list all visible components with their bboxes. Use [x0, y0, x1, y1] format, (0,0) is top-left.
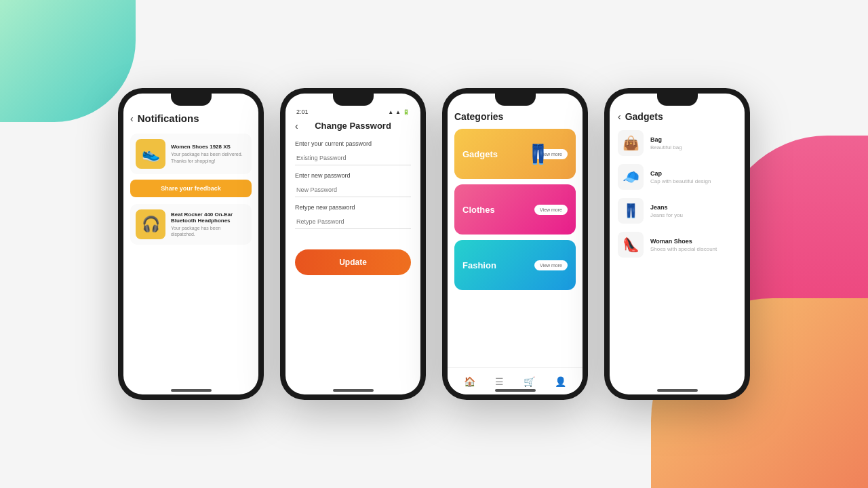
phone2-screen: 2:01 ▲ ▲ 🔋 ‹ Change Password Enter your …	[285, 94, 420, 394]
cap-name: Cap	[650, 170, 711, 177]
phone1-content: ‹ Notifications 👟 Women Shoes 1928 XS Yo…	[123, 94, 258, 257]
notch-3	[495, 94, 536, 106]
phone4-header: ‹ Gadgets	[618, 111, 736, 122]
phone-change-password: 2:01 ▲ ▲ 🔋 ‹ Change Password Enter your …	[280, 88, 426, 400]
field3-label: Retype new password	[295, 204, 411, 211]
battery-icon: 🔋	[403, 109, 410, 115]
jeans-image: 👖	[618, 198, 644, 224]
notch-2	[333, 94, 374, 106]
gadget-item-woman-shoes[interactable]: 👠 Woman Shoes Shoes with special discoun…	[618, 232, 736, 258]
woman-shoes-name: Woman Shoes	[650, 238, 717, 245]
fashion-label: Fashion	[462, 260, 496, 270]
categories-title: Categories	[454, 111, 576, 122]
nav-profile-icon[interactable]: 👤	[555, 376, 566, 387]
bottom-nav: 🏠 ☰ 🛒 👤	[448, 367, 583, 394]
update-button[interactable]: Update	[295, 249, 411, 275]
back-arrow-icon[interactable]: ‹	[130, 113, 134, 124]
gadgets-image: 👖	[526, 143, 550, 165]
woman-shoes-desc: Shoes with special discount	[650, 246, 717, 252]
cap-desc: Cap with beautiful design	[650, 178, 711, 184]
notif1-text: Women Shoes 1928 XS Your package has bee…	[171, 144, 246, 163]
clothes-label: Clothes	[462, 205, 495, 215]
phone1-screen: ‹ Notifications 👟 Women Shoes 1928 XS Yo…	[123, 94, 258, 394]
phone2-content: 2:01 ▲ ▲ 🔋 ‹ Change Password Enter your …	[285, 94, 420, 282]
notif2-text: Beat Rocker 440 On-Ear Bluetooth Headpho…	[171, 211, 246, 237]
jeans-name: Jeans	[650, 204, 683, 211]
notif2-title: Beat Rocker 440 On-Ear Bluetooth Headpho…	[171, 211, 246, 224]
notch-4	[657, 94, 698, 106]
woman-shoes-image: 👠	[618, 232, 644, 258]
phone4-back-arrow[interactable]: ‹	[618, 111, 621, 122]
nav-list-icon[interactable]: ☰	[495, 376, 504, 387]
cap-text: Cap Cap with beautiful design	[650, 170, 711, 184]
bag-image: 👜	[618, 130, 644, 156]
gadgets-list-title: Gadgets	[625, 111, 663, 122]
phone1-header: ‹ Notifications	[130, 113, 252, 124]
phone4-content: ‹ Gadgets 👜 Bag Beautiful bag 🧢 Cap	[610, 94, 745, 272]
signal-icon: ▲	[395, 109, 401, 115]
notif1-title: Women Shoes 1928 XS	[171, 144, 246, 150]
jeans-desc: Jeans for you	[650, 212, 683, 218]
phone3-screen: Categories Gadgets 👖 View more Clothes V…	[448, 94, 583, 394]
bag-desc: Beautiful bag	[650, 144, 682, 150]
gadgets-label: Gadgets	[462, 149, 498, 159]
bag-name: Bag	[650, 136, 682, 143]
woman-shoes-text: Woman Shoes Shoes with special discount	[650, 238, 717, 252]
clothes-view-more-button[interactable]: View more	[534, 205, 568, 215]
gadget-item-jeans[interactable]: 👖 Jeans Jeans for you	[618, 198, 736, 224]
status-time: 2:01	[296, 108, 309, 115]
bag-text: Bag Beautiful bag	[650, 136, 682, 150]
change-password-title: Change Password	[315, 121, 391, 131]
notification-item-2[interactable]: 🎧 Beat Rocker 440 On-Ear Bluetooth Headp…	[130, 204, 252, 245]
wifi-icon: ▲	[388, 109, 393, 115]
status-bar: 2:01 ▲ ▲ 🔋	[295, 108, 411, 115]
notch-1	[171, 94, 212, 106]
gadget-item-bag[interactable]: 👜 Bag Beautiful bag	[618, 130, 736, 156]
field2-label: Enter new password	[295, 172, 411, 179]
phone-notifications: ‹ Notifications 👟 Women Shoes 1928 XS Yo…	[118, 88, 264, 400]
notifications-title: Notifications	[138, 113, 199, 124]
phone4-screen: ‹ Gadgets 👜 Bag Beautiful bag 🧢 Cap	[610, 94, 745, 394]
status-icons: ▲ ▲ 🔋	[388, 109, 410, 115]
phone-categories: Categories Gadgets 👖 View more Clothes V…	[442, 88, 588, 400]
retype-password-input[interactable]	[295, 215, 411, 229]
field1-label: Enter your current password	[295, 140, 411, 147]
phone-gadgets-list: ‹ Gadgets 👜 Bag Beautiful bag 🧢 Cap	[604, 88, 750, 400]
nav-home-icon[interactable]: 🏠	[464, 376, 475, 387]
nav-cart-icon[interactable]: 🛒	[524, 376, 535, 387]
notification-item-1[interactable]: 👟 Women Shoes 1928 XS Your package has b…	[130, 134, 252, 174]
notif2-image: 🎧	[136, 209, 165, 239]
jeans-text: Jeans Jeans for you	[650, 204, 683, 218]
phones-wrapper: ‹ Notifications 👟 Women Shoes 1928 XS Yo…	[118, 88, 750, 400]
notif2-desc: Your package has been dispatched.	[171, 225, 246, 237]
notif1-image: 👟	[136, 139, 165, 169]
feedback-button[interactable]: Share your feedback	[130, 180, 252, 197]
phone3-content: Categories Gadgets 👖 View more Clothes V…	[448, 94, 583, 301]
fashion-view-more-button[interactable]: View more	[534, 260, 568, 270]
notif1-desc: Your package has been delivered. Thanks …	[171, 151, 246, 163]
cap-image: 🧢	[618, 164, 644, 190]
category-clothes-card[interactable]: Clothes View more	[454, 184, 576, 235]
current-password-input[interactable]	[295, 151, 411, 165]
blob-top-left	[0, 0, 136, 122]
new-password-input[interactable]	[295, 183, 411, 197]
category-gadgets-card[interactable]: Gadgets 👖 View more	[454, 129, 576, 179]
phone2-back-arrow[interactable]: ‹	[295, 121, 298, 131]
phone2-header: ‹ Change Password	[295, 121, 411, 131]
category-fashion-card[interactable]: Fashion View more	[454, 240, 576, 290]
gadget-item-cap[interactable]: 🧢 Cap Cap with beautiful design	[618, 164, 736, 190]
